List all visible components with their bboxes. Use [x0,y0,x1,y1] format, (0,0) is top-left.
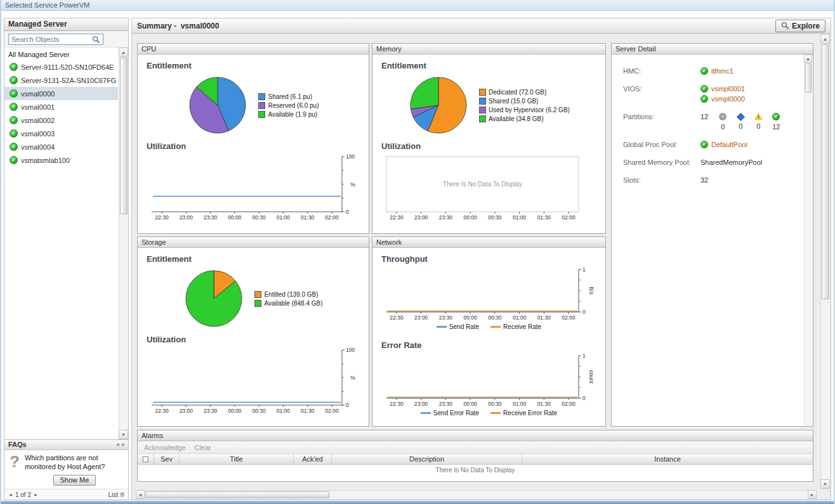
storage-entitlement-pie-chart [183,268,244,329]
faq-question: Which partitions are not monitored by Ho… [25,453,124,471]
scroll-thumb[interactable] [120,58,128,214]
faq-list-label[interactable]: List [108,491,118,498]
vios-link[interactable]: vsmpl0001 [711,85,745,93]
clear-button[interactable]: Clear [194,444,211,451]
scroll-down-button[interactable]: ▼ [119,430,128,439]
server-list-item[interactable]: Server-9111-520-SN10FD64E [4,60,118,74]
svg-text:00:30: 00:30 [253,408,266,414]
svg-text:22:30: 22:30 [390,314,404,321]
legend-item: Available (1.9 pu) [258,111,319,118]
sidebar-scrollbar[interactable]: ▲ ▼ [119,48,128,439]
legend-line-icon [490,412,501,414]
status-normal-icon [700,95,708,103]
svg-text:0: 0 [582,309,586,315]
faq-pagination: 1 of 2 [15,491,31,498]
legend-line-icon [421,412,431,414]
svg-text:22:30: 22:30 [155,408,169,414]
managed-server-sidebar: Managed Server All Managed Server Server… [4,18,129,500]
explore-button[interactable]: Explore [775,20,825,32]
svg-text:01:00: 01:00 [513,401,527,407]
network-error-rate-legend: Send Error RateReceive Error Rate [380,408,598,418]
legend-item: Shared (15.0 GB) [479,98,570,105]
svg-text:100: 100 [346,347,355,353]
scroll-down-button[interactable]: ▼ [820,479,830,489]
svg-text:00:30: 00:30 [488,314,502,321]
server-detail-scrollbar[interactable]: ▲ [804,55,812,425]
scroll-thumb[interactable] [145,491,329,498]
sidebar-title: Managed Server [4,18,128,31]
legend-item: Entitled (139.0 GB) [254,291,322,298]
column-header-sev[interactable]: Sev [154,454,180,464]
svg-text:1: 1 [582,266,586,273]
partitions-row: Partitions: 12 0 0 [623,113,804,131]
status-normal-icon [700,141,708,148]
server-list-item[interactable]: Server-9131-52A-SN10C67FG [4,74,118,87]
server-list-item[interactable]: vsmal0004 [4,140,118,153]
search-icon[interactable] [92,36,100,44]
legend-swatch-icon [479,89,486,96]
faq-prev-icon[interactable]: ◄ [8,493,13,497]
status-normal-icon [10,129,18,138]
main-vertical-scrollbar[interactable]: ▲ ▼ [820,34,830,489]
svg-text:00:00: 00:00 [228,408,242,414]
scroll-left-button[interactable]: ◄ [136,490,145,499]
vios-link[interactable]: vsmpl0000 [711,95,745,103]
svg-text:0: 0 [346,402,349,408]
legend-line-icon [437,326,447,328]
faqs-header[interactable]: FAQs »» [4,440,128,450]
show-me-button[interactable]: Show Me [53,475,96,486]
faqs-collapse-icon[interactable]: »» [117,440,124,449]
partition-count: 0 [721,123,725,131]
global-proc-pool-link[interactable]: DefaultPool [711,141,747,148]
legend-item: Shared (6.1 pu) [258,93,319,100]
server-list-item-selected[interactable]: vsmal0000 [4,87,118,100]
select-all-checkbox[interactable] [138,454,154,464]
column-header-description[interactable]: Description [332,454,522,464]
svg-text:01:00: 01:00 [513,214,527,221]
server-list-item[interactable]: vsmal0003 [4,127,118,140]
faq-next-icon[interactable]: ► [34,493,38,497]
column-header-instance[interactable]: Instance [522,454,813,464]
status-normal-icon [700,85,708,93]
scroll-up-button[interactable]: ▲ [119,48,128,57]
list-view-icon[interactable]: ≡ [120,490,124,499]
svg-text:B/s: B/s [588,287,595,294]
column-header-acked[interactable]: Ack'ed [294,454,332,464]
partition-count: 12 [772,123,780,131]
server-list-item[interactable]: vsmal0001 [4,100,118,113]
legend-line-icon [490,326,501,328]
main-horizontal-scrollbar[interactable]: ◄ ► [136,490,817,499]
storage-utilization-heading: Utilization [147,335,361,344]
legend-item: Dedicated (72.0 GB) [479,89,570,96]
global-proc-pool-row: Global Proc Pool: DefaultPool [623,141,804,148]
svg-text:23:00: 23:00 [180,408,194,414]
hmc-link[interactable]: itlhmc1 [711,67,733,75]
svg-text:23:00: 23:00 [414,401,428,407]
status-normal-icon [10,89,18,98]
cpu-utilization-heading: Utilization [147,141,361,151]
memory-panel: Memory Entitlement Dedicated (72.0 GB)Sh… [372,43,606,234]
search-input[interactable] [8,34,103,45]
svg-text:23:00: 23:00 [180,214,194,221]
scroll-up-button[interactable]: ▲ [804,55,812,63]
faq-footer: ◄ 1 of 2 ► List ≡ [4,489,128,500]
svg-text:01:00: 01:00 [513,314,527,321]
column-header-title[interactable]: Title [180,454,294,464]
svg-text:100: 100 [346,153,355,160]
svg-text:02:00: 02:00 [325,408,339,414]
server-list-title: All Managed Server [4,48,128,60]
vios-row: VIOS: vsmpl0001 vsmpl0000 [623,85,804,103]
scroll-thumb[interactable] [805,63,812,93]
scroll-right-button[interactable]: ► [808,490,817,499]
scroll-up-button[interactable]: ▲ [820,34,830,44]
svg-text:02:00: 02:00 [562,214,575,221]
server-list-item[interactable]: vsmal0002 [4,113,118,127]
svg-text:23:30: 23:30 [439,214,453,221]
svg-text:1: 1 [582,352,586,359]
scroll-thumb[interactable] [822,44,829,299]
acknowledge-button[interactable]: Acknowledge [144,444,185,451]
explore-icon [781,22,789,30]
shared-memory-pool-row: Shared Memory Pool: SharedMemoryPool [623,158,804,166]
server-list-item[interactable]: vsmatsmlab100 [4,153,118,167]
legend-item: Available (34.8 GB) [479,115,570,122]
